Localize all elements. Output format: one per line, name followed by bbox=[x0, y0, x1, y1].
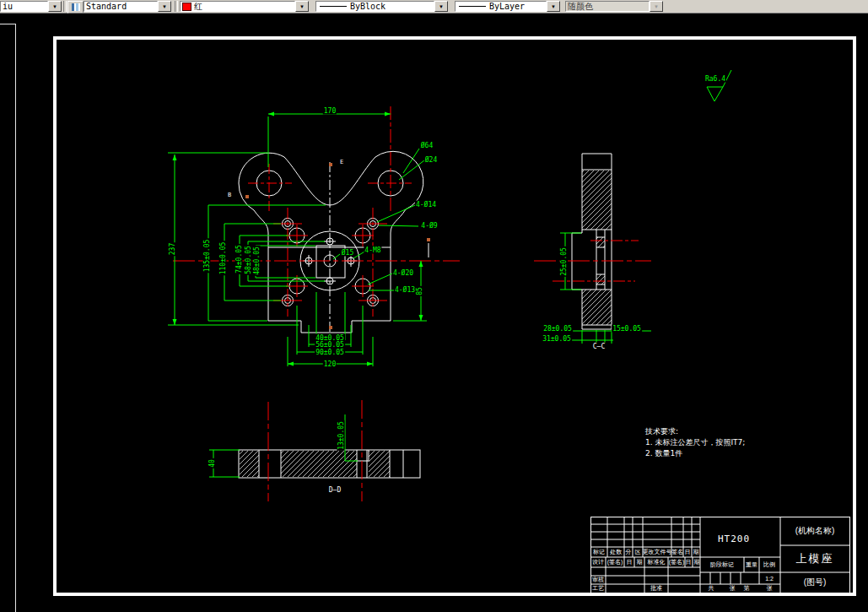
cc-dim-31: 31±0.05 bbox=[542, 335, 572, 343]
tb-label-qu: 区 bbox=[635, 548, 641, 556]
leader-4d20: 4-Ø20 bbox=[392, 269, 414, 277]
tb-label-date: 期 bbox=[693, 548, 699, 556]
dim-56-bottom: 56±0.05 bbox=[315, 341, 345, 349]
dim-90-bottom: 90±0.05 bbox=[315, 349, 345, 356]
tb-label-change-doc: 更改文件号 bbox=[643, 548, 672, 556]
dim-d64: Ø64 bbox=[420, 142, 434, 149]
tech-req-item-1: 1. 未标注公差尺寸，按照IT7; bbox=[645, 437, 745, 448]
tb-label-date3: 期 bbox=[694, 558, 700, 566]
tech-req-item-2: 2. 数量1件 bbox=[645, 448, 745, 459]
drawing-number: (图号) bbox=[804, 577, 827, 588]
tech-req-title: 技术要求: bbox=[645, 426, 745, 437]
roughness-value: Ra6.4 bbox=[704, 75, 726, 83]
cc-dim-25: 25±0.05 bbox=[560, 246, 568, 277]
tb-label-sign2: (签名) bbox=[607, 558, 623, 566]
leader-4d14: 4-Ø14 bbox=[415, 201, 437, 209]
leader-4m8: 4-M8 bbox=[364, 246, 381, 254]
section-cc-label: C—C bbox=[592, 343, 606, 350]
dim-height-237: 237 bbox=[169, 242, 176, 256]
dim-74: 74±0.05 bbox=[235, 244, 243, 274]
tb-sheet-gong: 共 bbox=[709, 584, 714, 593]
tb-label-date2: 期 bbox=[637, 558, 643, 566]
tb-label-approve: 批准 bbox=[650, 584, 662, 593]
tb-label-fen: 分 bbox=[626, 548, 632, 556]
cad-application-window: iu Standard 红 ByBlock ByLayer 随颜色 bbox=[0, 0, 868, 612]
section-mark-e: E bbox=[339, 159, 344, 166]
cc-dim-15: 15±0.05 bbox=[612, 325, 642, 333]
leader-4d9: 4-Ø9 bbox=[420, 222, 438, 230]
dd-dim-13: 13±0.05 bbox=[337, 420, 345, 451]
dim-135: 135±0.05 bbox=[203, 239, 211, 274]
tb-sheet-di: 第 bbox=[744, 584, 750, 593]
dim-85-right: 85 bbox=[416, 286, 423, 296]
tb-label-day: 日 bbox=[685, 548, 691, 556]
dd-dim-40: 40 bbox=[208, 458, 216, 468]
leader-d15: Ø15 bbox=[341, 249, 354, 257]
tb-label-scale: 比例 bbox=[763, 561, 775, 569]
datum-mark-b: B bbox=[227, 192, 232, 199]
dim-48: 48±0.05 bbox=[253, 246, 261, 276]
tb-sheet-zhang2: 张 bbox=[767, 584, 773, 593]
dim-120-bottom: 120 bbox=[323, 360, 337, 368]
dim-110: 110±0.05 bbox=[219, 241, 227, 276]
cc-dim-28: 28±0.05 bbox=[542, 325, 573, 333]
tb-label-mark: 标记 bbox=[593, 548, 605, 556]
dim-58: 58±0.05 bbox=[245, 245, 252, 275]
tb-label-sign3: (签名) bbox=[669, 558, 685, 566]
tb-label-standardization: 标准化 bbox=[648, 558, 666, 566]
material-spec: HT200 bbox=[718, 533, 750, 544]
tb-label-count: 处数 bbox=[610, 548, 622, 556]
tb-label-day3: 日 bbox=[686, 558, 692, 566]
technical-requirements: 技术要求: 1. 未标注公差尺寸，按照IT7; 2. 数量1件 bbox=[645, 426, 745, 459]
part-name: 上模座 bbox=[796, 551, 834, 566]
tb-label-weight: 重量 bbox=[746, 561, 757, 569]
tb-label-day2: 日 bbox=[627, 558, 633, 566]
dim-width-170: 170 bbox=[323, 107, 337, 115]
title-block: HT200 (机构名称) 上模座 (图号) 标记 处数 分 区 更改文件号 签名… bbox=[590, 517, 850, 593]
tb-label-process: 工艺 bbox=[592, 584, 604, 593]
tb-label-stage: 阶段标记 bbox=[710, 561, 734, 569]
tb-label-design: 设计 bbox=[592, 558, 604, 566]
tb-sheet-zhang1: 张 bbox=[730, 584, 736, 593]
dim-d24: Ø24 bbox=[424, 156, 438, 164]
section-dd-label: D—D bbox=[328, 486, 342, 494]
tb-label-review: 审核 bbox=[592, 576, 604, 584]
org-name: (机构名称) bbox=[795, 525, 835, 537]
leader-4d13: 4-Ø13 bbox=[394, 286, 416, 294]
tb-label-signature: 签名 bbox=[671, 548, 683, 556]
tb-scale-value: 1:2 bbox=[765, 576, 774, 582]
